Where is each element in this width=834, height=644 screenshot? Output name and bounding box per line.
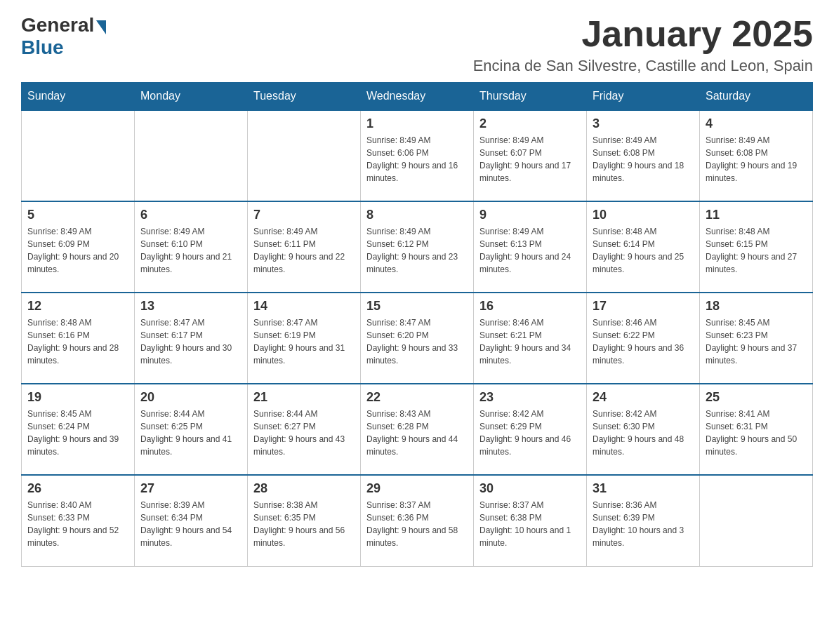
day-number: 1 — [366, 116, 468, 131]
day-info: Sunrise: 8:43 AM Sunset: 6:28 PM Dayligh… — [366, 408, 468, 458]
day-number: 8 — [366, 208, 468, 222]
calendar-week-row: 1Sunrise: 8:49 AM Sunset: 6:06 PM Daylig… — [22, 110, 813, 201]
day-number: 30 — [479, 481, 581, 496]
calendar-day-cell: 21Sunrise: 8:44 AM Sunset: 6:27 PM Dayli… — [248, 384, 361, 475]
day-number: 25 — [706, 390, 807, 405]
calendar-day-cell — [248, 110, 361, 201]
calendar-day-header: Sunday — [22, 83, 135, 111]
day-info: Sunrise: 8:49 AM Sunset: 6:07 PM Dayligh… — [479, 134, 581, 185]
calendar-day-cell: 27Sunrise: 8:39 AM Sunset: 6:34 PM Dayli… — [135, 475, 248, 566]
calendar-header-row: SundayMondayTuesdayWednesdayThursdayFrid… — [22, 83, 813, 111]
calendar-day-cell: 26Sunrise: 8:40 AM Sunset: 6:33 PM Dayli… — [22, 475, 135, 566]
day-info: Sunrise: 8:49 AM Sunset: 6:08 PM Dayligh… — [706, 134, 807, 185]
calendar-day-cell: 29Sunrise: 8:37 AM Sunset: 6:36 PM Dayli… — [361, 475, 474, 566]
page-header: General Blue January 2025 Encina de San … — [21, 14, 813, 75]
day-number: 6 — [140, 208, 241, 222]
day-number: 4 — [706, 116, 807, 131]
day-info: Sunrise: 8:49 AM Sunset: 6:11 PM Dayligh… — [253, 225, 355, 276]
day-number: 12 — [27, 299, 128, 314]
calendar-day-cell: 14Sunrise: 8:47 AM Sunset: 6:19 PM Dayli… — [248, 293, 361, 384]
calendar-day-header: Tuesday — [248, 83, 361, 111]
calendar-day-cell: 17Sunrise: 8:46 AM Sunset: 6:22 PM Dayli… — [587, 293, 700, 384]
calendar-day-cell: 19Sunrise: 8:45 AM Sunset: 6:24 PM Dayli… — [22, 384, 135, 475]
day-number: 29 — [366, 481, 468, 496]
day-info: Sunrise: 8:49 AM Sunset: 6:06 PM Dayligh… — [366, 134, 468, 185]
day-number: 10 — [593, 208, 694, 222]
day-info: Sunrise: 8:37 AM Sunset: 6:38 PM Dayligh… — [479, 499, 581, 549]
day-number: 26 — [27, 481, 128, 496]
calendar-week-row: 12Sunrise: 8:48 AM Sunset: 6:16 PM Dayli… — [22, 293, 813, 384]
calendar-day-cell: 30Sunrise: 8:37 AM Sunset: 6:38 PM Dayli… — [474, 475, 587, 566]
day-number: 3 — [593, 116, 694, 131]
calendar-day-cell: 3Sunrise: 8:49 AM Sunset: 6:08 PM Daylig… — [587, 110, 700, 201]
day-info: Sunrise: 8:46 AM Sunset: 6:22 PM Dayligh… — [593, 316, 694, 367]
day-number: 15 — [366, 299, 468, 314]
day-info: Sunrise: 8:49 AM Sunset: 6:08 PM Dayligh… — [593, 134, 694, 185]
calendar-day-cell: 12Sunrise: 8:48 AM Sunset: 6:16 PM Dayli… — [22, 293, 135, 384]
day-info: Sunrise: 8:41 AM Sunset: 6:31 PM Dayligh… — [706, 408, 807, 458]
day-info: Sunrise: 8:44 AM Sunset: 6:25 PM Dayligh… — [140, 408, 241, 458]
day-info: Sunrise: 8:45 AM Sunset: 6:24 PM Dayligh… — [27, 408, 128, 458]
day-info: Sunrise: 8:49 AM Sunset: 6:13 PM Dayligh… — [479, 225, 581, 276]
day-info: Sunrise: 8:42 AM Sunset: 6:29 PM Dayligh… — [479, 408, 581, 458]
day-info: Sunrise: 8:38 AM Sunset: 6:35 PM Dayligh… — [253, 499, 355, 549]
day-number: 21 — [253, 390, 355, 405]
day-number: 11 — [706, 208, 807, 222]
title-section: January 2025 Encina de San Silvestre, Ca… — [473, 14, 813, 75]
day-number: 14 — [253, 299, 355, 314]
logo: General Blue — [21, 14, 106, 59]
day-info: Sunrise: 8:36 AM Sunset: 6:39 PM Dayligh… — [593, 499, 694, 549]
day-number: 28 — [253, 481, 355, 496]
calendar-day-cell — [22, 110, 135, 201]
day-number: 18 — [706, 299, 807, 314]
day-info: Sunrise: 8:46 AM Sunset: 6:21 PM Dayligh… — [479, 316, 581, 367]
day-info: Sunrise: 8:48 AM Sunset: 6:14 PM Dayligh… — [593, 225, 694, 276]
day-info: Sunrise: 8:45 AM Sunset: 6:23 PM Dayligh… — [706, 316, 807, 367]
month-title: January 2025 — [473, 14, 813, 54]
calendar-day-cell: 20Sunrise: 8:44 AM Sunset: 6:25 PM Dayli… — [135, 384, 248, 475]
day-number: 7 — [253, 208, 355, 222]
day-number: 31 — [593, 481, 694, 496]
calendar-day-cell — [700, 475, 813, 566]
calendar-day-cell: 10Sunrise: 8:48 AM Sunset: 6:14 PM Dayli… — [587, 201, 700, 293]
calendar-day-cell: 11Sunrise: 8:48 AM Sunset: 6:15 PM Dayli… — [700, 201, 813, 293]
logo-general-text: General — [21, 14, 94, 36]
day-info: Sunrise: 8:47 AM Sunset: 6:20 PM Dayligh… — [366, 316, 468, 367]
calendar-day-cell: 28Sunrise: 8:38 AM Sunset: 6:35 PM Dayli… — [248, 475, 361, 566]
calendar-day-cell: 15Sunrise: 8:47 AM Sunset: 6:20 PM Dayli… — [361, 293, 474, 384]
day-info: Sunrise: 8:48 AM Sunset: 6:16 PM Dayligh… — [27, 316, 128, 367]
day-number: 17 — [593, 299, 694, 314]
day-info: Sunrise: 8:47 AM Sunset: 6:17 PM Dayligh… — [140, 316, 241, 367]
calendar-day-cell: 2Sunrise: 8:49 AM Sunset: 6:07 PM Daylig… — [474, 110, 587, 201]
calendar-week-row: 19Sunrise: 8:45 AM Sunset: 6:24 PM Dayli… — [22, 384, 813, 475]
calendar-day-cell: 1Sunrise: 8:49 AM Sunset: 6:06 PM Daylig… — [361, 110, 474, 201]
day-info: Sunrise: 8:37 AM Sunset: 6:36 PM Dayligh… — [366, 499, 468, 549]
calendar-week-row: 5Sunrise: 8:49 AM Sunset: 6:09 PM Daylig… — [22, 201, 813, 293]
day-info: Sunrise: 8:42 AM Sunset: 6:30 PM Dayligh… — [593, 408, 694, 458]
day-info: Sunrise: 8:48 AM Sunset: 6:15 PM Dayligh… — [706, 225, 807, 276]
day-number: 22 — [366, 390, 468, 405]
calendar-day-cell: 13Sunrise: 8:47 AM Sunset: 6:17 PM Dayli… — [135, 293, 248, 384]
calendar-day-cell: 9Sunrise: 8:49 AM Sunset: 6:13 PM Daylig… — [474, 201, 587, 293]
day-info: Sunrise: 8:40 AM Sunset: 6:33 PM Dayligh… — [27, 499, 128, 549]
calendar-day-cell — [135, 110, 248, 201]
day-number: 19 — [27, 390, 128, 405]
day-number: 27 — [140, 481, 241, 496]
calendar-day-cell: 24Sunrise: 8:42 AM Sunset: 6:30 PM Dayli… — [587, 384, 700, 475]
calendar-day-cell: 25Sunrise: 8:41 AM Sunset: 6:31 PM Dayli… — [700, 384, 813, 475]
calendar-day-header: Friday — [587, 83, 700, 111]
calendar-day-header: Wednesday — [361, 83, 474, 111]
day-number: 24 — [593, 390, 694, 405]
logo-arrow-icon — [96, 20, 106, 34]
calendar-day-cell: 8Sunrise: 8:49 AM Sunset: 6:12 PM Daylig… — [361, 201, 474, 293]
logo-blue-text: Blue — [21, 36, 64, 59]
day-info: Sunrise: 8:39 AM Sunset: 6:34 PM Dayligh… — [140, 499, 241, 549]
calendar-day-header: Saturday — [700, 83, 813, 111]
calendar-day-cell: 6Sunrise: 8:49 AM Sunset: 6:10 PM Daylig… — [135, 201, 248, 293]
calendar-day-cell: 4Sunrise: 8:49 AM Sunset: 6:08 PM Daylig… — [700, 110, 813, 201]
calendar-day-cell: 16Sunrise: 8:46 AM Sunset: 6:21 PM Dayli… — [474, 293, 587, 384]
day-number: 16 — [479, 299, 581, 314]
day-info: Sunrise: 8:49 AM Sunset: 6:10 PM Dayligh… — [140, 225, 241, 276]
calendar-day-cell: 18Sunrise: 8:45 AM Sunset: 6:23 PM Dayli… — [700, 293, 813, 384]
day-info: Sunrise: 8:44 AM Sunset: 6:27 PM Dayligh… — [253, 408, 355, 458]
